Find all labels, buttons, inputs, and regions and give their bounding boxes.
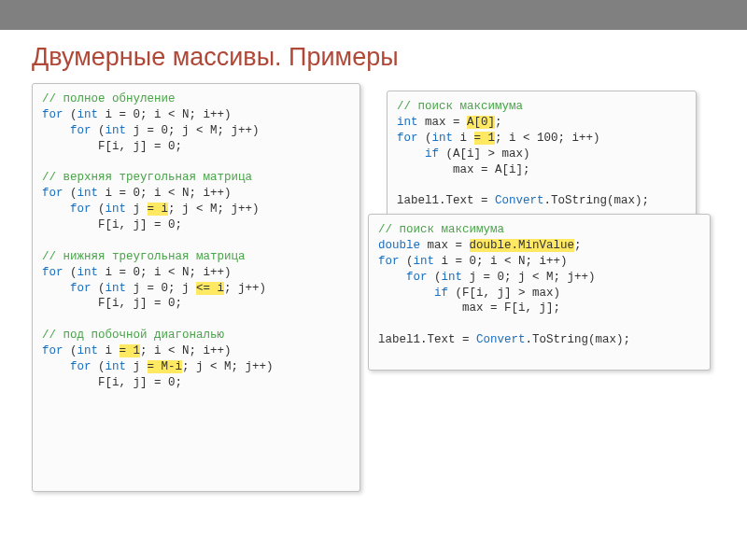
text: .ToString(max);	[544, 194, 650, 207]
highlight: A[0]	[467, 116, 495, 129]
kw-int: int	[78, 108, 99, 121]
text: F[i, j] = 0;	[42, 376, 182, 389]
text: label1.Text =	[378, 333, 476, 346]
text: i = 0; i < N; i++)	[98, 108, 232, 121]
text: i = 0; i < N; i++)	[98, 187, 232, 200]
text: ; j < M; j++)	[182, 360, 274, 373]
text: ;	[495, 116, 502, 129]
kw-for: for	[70, 282, 92, 295]
kw-int: int	[106, 360, 127, 373]
highlight: = i	[148, 203, 169, 216]
comment: // нижняя треугольная матрица	[42, 250, 246, 263]
code-box-right-top: // поиск максимума int max = A[0]; for (…	[387, 91, 697, 217]
code-stage: // полное обнуление for (int i = 0; i < …	[32, 83, 715, 531]
highlight: = 1	[120, 344, 141, 357]
highlight: <= i	[196, 282, 224, 295]
text: j = 0; j < M; j++)	[462, 271, 596, 284]
text: ; i < 100; i++)	[495, 132, 600, 145]
text: ; j++)	[224, 282, 266, 295]
text: i	[98, 344, 120, 357]
text: max = F[i, j];	[378, 301, 560, 315]
text: max =	[418, 116, 468, 129]
text: (F[i, j] > max)	[448, 287, 560, 300]
slide-body: Двумерные массивы. Примеры // полное обн…	[0, 30, 747, 540]
kw-int: int	[414, 255, 435, 268]
kw-double: double	[378, 239, 420, 252]
text: j = 0; j < M; j++)	[126, 124, 260, 137]
kw-if: if	[425, 147, 439, 161]
kw-int: int	[106, 203, 127, 216]
kw-for: for	[42, 266, 63, 279]
text: (A[i] > max)	[439, 147, 530, 161]
comment: // полное обнуление	[42, 92, 176, 105]
kw-int: int	[78, 187, 99, 200]
kw-int: int	[78, 344, 99, 357]
text: max = A[i];	[397, 163, 530, 176]
text: ; i < N; i++)	[140, 344, 232, 357]
text: F[i, j] = 0;	[42, 297, 182, 310]
comment: // верхняя треугольная матрица	[42, 171, 252, 184]
kw-int: int	[106, 124, 127, 137]
kw-for: for	[378, 255, 400, 268]
kw-for: for	[397, 132, 418, 145]
text: max =	[420, 239, 470, 252]
text: F[i, j] = 0;	[42, 140, 182, 153]
code-box-left: // полное обнуление for (int i = 0; i < …	[32, 83, 360, 492]
comment: // поиск максимума	[378, 223, 504, 236]
kw-for: for	[70, 124, 92, 137]
comment: // поиск максимума	[397, 100, 523, 113]
kw-for: for	[70, 360, 92, 373]
text: i = 0; i < N; i++)	[434, 255, 568, 268]
text: j = 0; j	[126, 282, 196, 295]
highlight: double.MinValue	[470, 239, 575, 252]
type-convert: Convert	[495, 194, 544, 207]
kw-int: int	[106, 282, 127, 295]
text: i	[453, 132, 474, 145]
type-convert: Convert	[476, 333, 526, 346]
kw-int: int	[397, 116, 418, 129]
code-box-right-bottom: // поиск максимума double max = double.M…	[368, 214, 711, 371]
text: i = 0; i < N; i++)	[98, 266, 232, 279]
kw-for: for	[70, 203, 92, 216]
text: F[i, j] = 0;	[42, 218, 182, 231]
kw-int: int	[78, 266, 99, 279]
text: label1.Text =	[397, 194, 495, 207]
kw-if: if	[434, 287, 448, 300]
slide-title: Двумерные массивы. Примеры	[32, 43, 715, 72]
kw-for: for	[42, 187, 63, 200]
text: ;	[574, 239, 582, 252]
kw-int: int	[442, 271, 463, 284]
kw-for: for	[42, 344, 63, 357]
top-header-bar	[0, 0, 747, 30]
kw-for: for	[406, 271, 428, 284]
kw-for: for	[42, 108, 63, 121]
text: j	[126, 360, 148, 373]
highlight: = M-i	[148, 360, 183, 373]
text: ; j < M; j++)	[168, 203, 260, 216]
kw-int: int	[432, 132, 454, 145]
text: j	[126, 203, 148, 216]
highlight: = 1	[474, 132, 496, 145]
text: .ToString(max);	[526, 333, 631, 346]
comment: // под побочной диагональю	[42, 329, 224, 342]
